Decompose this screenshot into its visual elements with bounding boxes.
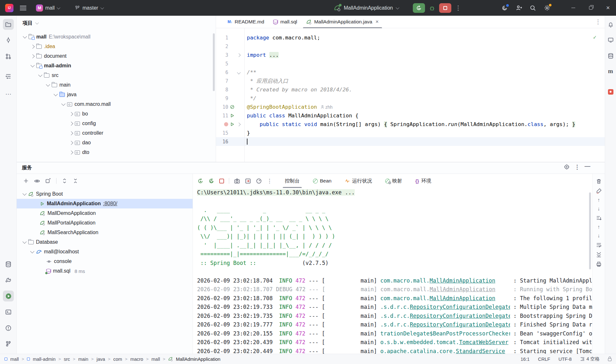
maven-tool-button[interactable]: m [606,66,615,76]
tab-environment[interactable]: {} 环境 [413,174,433,188]
tree-row-idea[interactable]: .idea [17,42,216,51]
tab-beans[interactable]: Bean [311,174,334,188]
crumb-item[interactable]: macro [130,357,143,362]
service-row-database[interactable]: Database [17,237,193,247]
rerun-debug-icon[interactable] [208,178,214,184]
project-scrollbar[interactable] [213,33,215,91]
problems-tool-button[interactable] [3,323,14,334]
collapse-arrow-icon[interactable] [69,131,73,135]
tree-row-dao[interactable]: dao [17,138,216,148]
service-port-link[interactable]: :8080/ [103,201,117,207]
collapse-arrow-icon[interactable] [69,112,73,116]
prev-occurrence-icon[interactable]: ↑ [597,224,600,230]
close-tab-icon[interactable]: × [376,19,379,25]
caret-position[interactable]: 16:1 [521,357,530,362]
folded-brace[interactable]: } [572,121,575,127]
service-row-mallportal[interactable]: MallPortalApplication [17,218,193,228]
build-tool-button[interactable] [3,275,14,286]
hide-panel-icon[interactable]: — [585,163,590,169]
tree-row-controller[interactable]: controller [17,128,216,138]
focus-target-icon[interactable] [564,164,570,170]
run-more-kebab-icon[interactable]: ⋮ [455,5,461,11]
expand-arrow-icon[interactable] [61,102,65,106]
spring-bean-gutter-icon[interactable] [230,105,235,109]
open-in-new-tab-icon[interactable] [45,178,51,184]
debug-button[interactable] [429,5,435,11]
collapse-arrow-icon[interactable] [69,150,73,155]
crumb-item[interactable]: src [64,357,70,362]
restore-layout-icon[interactable] [245,178,251,184]
expand-all-icon[interactable] [62,178,67,184]
scroll-to-end-icon[interactable] [596,251,602,258]
collapse-arrow-icon[interactable] [30,54,35,58]
expand-arrow-icon[interactable] [54,92,58,96]
expand-arrow-icon[interactable] [22,240,27,244]
tree-row-package[interactable]: com.macro.mall [17,99,216,109]
expand-arrow-icon[interactable] [30,249,34,253]
wrap-lines-icon[interactable] [596,242,602,248]
tree-row-java[interactable]: java [17,90,216,99]
service-row-malldemo[interactable]: MallDemoApplication [17,208,193,218]
expand-arrow-icon[interactable] [22,191,27,196]
tab-mall-sql[interactable]: mall.sql [269,16,302,28]
tree-row-mall-admin[interactable]: mall-admin [17,61,216,71]
author-inlay[interactable]: zhh [320,105,333,110]
collapse-arrow-icon[interactable] [69,141,73,145]
collapse-arrow-icon[interactable] [69,122,73,126]
tab-health[interactable]: 运行状况 [343,174,374,188]
print-icon[interactable] [596,261,602,267]
view-options-eye-icon[interactable] [34,178,40,184]
tree-row-bo[interactable]: bo [17,109,216,119]
tree-row-src[interactable]: src [17,71,216,80]
more-tool-windows-button[interactable]: … [3,87,14,98]
chevron-down-icon[interactable] [396,5,399,9]
fold-expanded-icon[interactable] [237,71,240,74]
code-with-me-button[interactable] [516,5,522,11]
line-separator[interactable]: CRLF [538,357,550,362]
service-row-mall-localhost[interactable]: mall@localhost [17,247,193,257]
performance-gauge-icon[interactable] [256,178,262,184]
rerun-button[interactable] [413,3,425,13]
settings-button[interactable] [544,4,551,11]
folded-imports[interactable]: ... [269,52,279,58]
indent-setting[interactable]: 4 空格 [580,356,600,362]
main-menu-button[interactable] [20,0,26,16]
service-row-spring-boot[interactable]: Spring Boot [17,189,193,199]
terminal-tool-button[interactable] [3,307,14,317]
notifications-button[interactable] [606,20,615,29]
rerun-icon[interactable] [197,178,204,184]
tree-row-mall[interactable]: mall E:\wrokspace\mall [17,32,216,42]
crumb-item[interactable]: main [78,357,88,362]
crumb-item[interactable]: com [113,357,122,362]
collapse-all-icon[interactable] [73,178,78,184]
expand-arrow-icon[interactable] [23,34,27,38]
console-command-line[interactable]: C:\Users\21011\.jdks\ms-11.0.30\bin\java… [197,189,355,196]
sort-lines-icon[interactable] [596,215,602,221]
ai-assistant-button[interactable] [501,5,508,11]
service-row-malladmin[interactable]: MallAdminApplication :8080/ [17,199,193,208]
project-widget[interactable]: M mall [36,0,59,16]
tree-row-dto[interactable]: dto [17,148,216,157]
console-more-kebab-icon[interactable]: ⋮ [267,178,272,184]
expand-arrow-icon[interactable] [46,82,50,87]
next-occurrence-icon[interactable]: ↓ [597,233,600,238]
run-class-gutter-icon[interactable] [230,113,235,118]
commit-tool-button[interactable] [3,35,14,46]
chevron-down-icon[interactable] [35,21,39,24]
run-main-gutter-icon[interactable] [230,122,235,127]
panel-options-kebab-icon[interactable]: ⋮ [574,164,580,170]
write-access-lock-icon[interactable] [608,358,612,361]
branch-widget[interactable]: master [74,0,103,16]
tree-row-document[interactable]: document [17,51,216,61]
structure-tool-button[interactable] [3,71,14,82]
device-preview-button[interactable] [606,35,615,45]
service-row-mallsearch[interactable]: MallSearchApplication [17,228,193,237]
thread-dump-camera-icon[interactable] [234,178,240,184]
soft-wrap-brush-icon[interactable] [596,188,602,194]
crumb-item[interactable]: mall [152,357,160,362]
tab-mappings[interactable]: 映射 [383,174,404,188]
tree-row-main[interactable]: main [17,80,216,90]
tree-row-config[interactable]: config [17,119,216,128]
database-side-button[interactable] [606,51,615,61]
crumb-item[interactable]: mall-admin [33,357,56,362]
